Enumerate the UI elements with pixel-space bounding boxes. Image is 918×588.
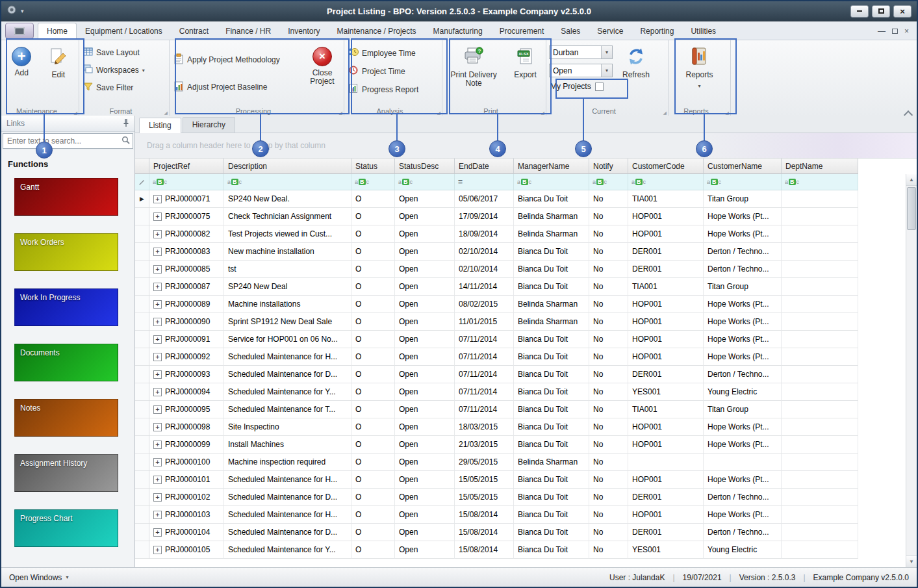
row-expander-icon[interactable]: + [153,212,162,221]
ribbon-tab-utilities[interactable]: Utilities [682,23,724,40]
column-header-status[interactable]: Status [351,159,395,174]
dialog-launcher-icon[interactable]: ◢ [437,110,440,116]
table-row[interactable]: +PRJ0000102Scheduled Maintenance for D..… [135,489,917,506]
ribbon-close-icon[interactable]: × [904,27,909,36]
ribbon-tab-reporting[interactable]: Reporting [631,23,682,40]
filter-cell-status[interactable]: aBc [351,174,395,190]
dropdown-arrow-icon[interactable]: ▾ [601,46,612,58]
filter-cell-statusdesc[interactable]: aBc [395,174,455,190]
save-layout-button[interactable]: Save Layout [83,47,165,58]
employee-time-button[interactable]: Employee Time [348,47,438,59]
table-row[interactable]: +PRJ0000083New machine installationOOpen… [135,243,917,261]
pin-icon[interactable] [123,118,129,129]
column-header-managername[interactable]: ManagerName [514,159,589,174]
apply-project-methodology-button[interactable]: Apply Project Methodology [173,53,302,66]
ribbon-tab-contract[interactable]: Contract [171,23,217,40]
row-expander-icon[interactable]: + [153,318,162,326]
row-expander-icon[interactable]: + [153,511,162,519]
table-row[interactable]: +PRJ0000095Scheduled Maintenance for T..… [135,401,917,418]
ribbon-tab-inventory[interactable]: Inventory [279,23,328,40]
column-header-enddate[interactable]: EndDate [455,159,514,174]
function-tile-progress-chart[interactable]: Progress Chart [14,509,118,547]
scroll-down-icon[interactable]: ▼ [906,556,917,567]
table-row[interactable]: +PRJ0000092Scheduled Maintenance for H..… [135,348,917,366]
close-button[interactable]: × [893,5,912,18]
site-filter-dropdown[interactable]: Durban ▾ [549,45,613,59]
function-tile-notes[interactable]: Notes [14,399,118,437]
row-expander-icon[interactable]: + [153,195,162,203]
row-expander-icon[interactable]: + [153,300,162,309]
table-row[interactable]: +PRJ0000094Scheduled Maintenance for Y..… [135,383,917,401]
workspaces-button[interactable]: Workspaces ▾ [83,64,165,76]
filter-cell-projectref[interactable]: aBc [149,174,224,190]
table-row[interactable]: +PRJ0000103Scheduled Maintenance for H..… [135,506,917,524]
row-expander-icon[interactable]: + [153,335,162,344]
function-tile-assignment-history[interactable]: Assignment History [14,454,118,492]
tab-listing[interactable]: Listing [139,118,181,133]
dropdown-arrow-icon[interactable]: ▾ [601,64,612,77]
row-expander-icon[interactable]: + [153,493,162,502]
add-button[interactable]: + Add [4,44,40,79]
row-expander-icon[interactable]: + [153,283,162,291]
function-tile-work-orders[interactable]: Work Orders [14,233,118,271]
ribbon-tab-manufacturing[interactable]: Manufacturing [425,23,491,40]
table-row[interactable]: +PRJ0000082Test Projects viewed in Cust.… [135,225,917,243]
scrollbar-thumb[interactable] [907,187,916,230]
dialog-launcher-icon[interactable]: ◢ [541,110,544,116]
dialog-launcher-icon[interactable]: ◢ [663,110,667,116]
table-row[interactable]: +PRJ0000099Install MachinesOOpen21/03/20… [135,436,917,454]
row-expander-icon[interactable]: + [153,248,162,256]
row-expander-icon[interactable]: + [153,476,162,484]
ribbon-tab-sales[interactable]: Sales [552,23,589,40]
row-expander-icon[interactable]: + [153,353,162,361]
column-header-statusdesc[interactable]: StatusDesc [395,159,455,174]
filter-cell-deptname[interactable]: aBc [782,174,858,190]
column-header-customername[interactable]: CustomerName [704,159,782,174]
table-row[interactable]: +PRJ0000091Service for HOP001 on 06 No..… [135,331,917,348]
scroll-up-icon[interactable]: ▲ [906,174,917,186]
ribbon-tab-finance-hr[interactable]: Finance / HR [217,23,279,40]
table-row[interactable]: +PRJ0000093Scheduled Maintenance for D..… [135,366,917,383]
row-expander-icon[interactable]: + [153,441,162,449]
ribbon-restore-icon[interactable] [892,29,898,34]
filter-cell-description[interactable]: aBc [224,174,351,190]
filter-cell-enddate[interactable]: = [455,174,514,190]
ribbon-tab-service[interactable]: Service [589,23,631,40]
search-icon[interactable] [121,135,130,147]
refresh-button[interactable]: Refresh [618,44,654,105]
filter-cell-managername[interactable]: aBc [514,174,589,190]
table-row[interactable]: +PRJ0000105Scheduled Maintenance for Y..… [135,541,917,559]
table-row[interactable]: +PRJ0000075Check Technician AssignmentOO… [135,208,917,225]
save-filter-button[interactable]: Save Filter [83,82,165,94]
table-row[interactable]: +PRJ0000098Site InspectinoOOpen18/03/201… [135,418,917,436]
my-projects-checkbox[interactable]: My Projects [549,82,613,91]
column-header-description[interactable]: Description [224,159,351,174]
column-header-notify[interactable]: Notify [589,159,628,174]
table-row[interactable]: +PRJ0000090Sprint SP1912 New Deal SaleOO… [135,313,917,331]
dialog-launcher-icon[interactable]: ◢ [726,110,729,116]
filter-cell-customercode[interactable]: aBc [628,174,704,190]
row-expander-icon[interactable]: + [153,230,162,238]
table-row[interactable]: +PRJ0000085tstOOpen02/10/2014Bianca Du T… [135,261,917,278]
function-tile-gantt[interactable]: Gantt [14,178,118,216]
row-expander-icon[interactable]: + [153,370,162,379]
row-expander-icon[interactable]: + [153,546,162,554]
group-by-bar[interactable]: Drag a column header here to group by th… [135,133,917,159]
table-row[interactable]: +PRJ0000104Scheduled Maintenance for D..… [135,524,917,541]
close-project-button[interactable]: × Close Project [303,44,341,105]
maximize-button[interactable] [872,5,890,18]
table-row[interactable]: +PRJ0000101Scheduled Maintenance for H..… [135,471,917,489]
ribbon-tab-procurement[interactable]: Procurement [491,23,553,40]
table-row[interactable]: +PRJ0000100Machine inspection requiredOO… [135,454,917,471]
ribbon-minimize-icon[interactable]: — [878,27,886,36]
application-button[interactable] [5,23,34,39]
row-expander-icon[interactable]: + [153,458,162,467]
vertical-scrollbar[interactable]: ▲ ▼ [906,174,917,567]
collapse-ribbon-icon[interactable] [904,109,912,114]
reports-button[interactable]: Reports ▾ [682,44,718,90]
dialog-launcher-icon[interactable]: ◢ [339,110,342,116]
dialog-launcher-icon[interactable]: ◢ [74,110,77,116]
project-time-button[interactable]: Project Time [348,65,438,77]
status-filter-dropdown[interactable]: Open ▾ [549,64,613,77]
minimize-button[interactable] [850,5,869,18]
